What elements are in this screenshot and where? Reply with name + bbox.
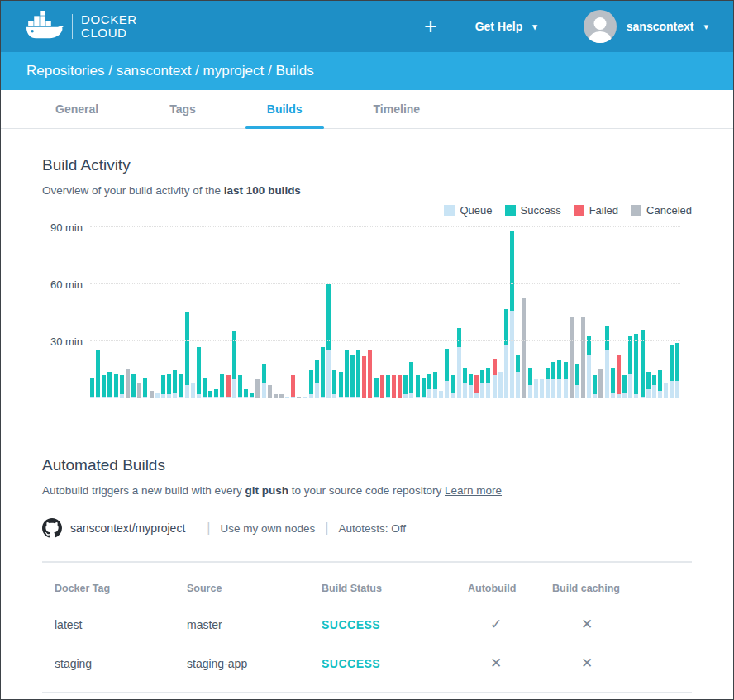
chart-bar (380, 375, 384, 398)
chart-bar (279, 394, 284, 398)
chart-bar (107, 372, 112, 398)
top-bar: DOCKER CLOUD + Get Help ▾ sanscontext ▾ (1, 1, 733, 52)
chart-bar (291, 375, 295, 398)
chart-bar (244, 389, 248, 399)
chart-bar (137, 383, 141, 398)
tab-builds[interactable]: Builds (245, 90, 324, 128)
chart-bar (403, 375, 408, 398)
column-header-autobuild: Autobuild (468, 583, 552, 594)
docker-cloud-window: DOCKER CLOUD + Get Help ▾ sanscontext ▾ … (0, 0, 734, 700)
chart-bar (534, 379, 538, 398)
chart-bar (564, 362, 568, 398)
canceled-swatch (631, 205, 641, 216)
failed-swatch (574, 205, 584, 216)
chart-bar (96, 350, 100, 398)
chart-bar (208, 391, 212, 398)
column-header-source: Source (187, 583, 322, 594)
chart-bar (232, 331, 236, 398)
chart-bar (220, 374, 224, 398)
chart-bar (493, 359, 497, 398)
chart-bar (522, 298, 526, 398)
user-menu[interactable]: sanscontext ▾ (584, 10, 708, 43)
chart-bar (528, 368, 532, 398)
chart-bar (445, 349, 449, 398)
create-plus-button[interactable]: + (424, 16, 437, 38)
own-nodes-label: Use my own nodes (220, 522, 315, 535)
chart-bar (326, 284, 331, 398)
chart-bar (274, 394, 278, 398)
chart-bar (90, 378, 94, 398)
github-icon (42, 518, 62, 538)
build-activity-section: Build Activity Overview of your build ac… (1, 129, 733, 398)
chart-bar (191, 383, 195, 398)
docker-tag-cell: latest (55, 618, 187, 631)
chart-bar (143, 378, 147, 398)
y-tick-label: 30 min (50, 335, 83, 347)
chart-bar (120, 375, 124, 398)
chart-bar (480, 370, 484, 399)
chart-bar (297, 397, 301, 398)
chart-bar (315, 360, 319, 398)
build-status-badge: SUCCESS (322, 618, 468, 631)
chart-bar (268, 385, 272, 398)
legend-label: Queue (460, 204, 492, 217)
docker-cloud-logo[interactable]: DOCKER CLOUD (26, 11, 137, 42)
breadcrumb[interactable]: Repositories / sanscontext / myproject /… (26, 63, 314, 79)
chart-bar (409, 362, 413, 398)
chart-legend: QueueSuccessFailedCanceled (42, 204, 692, 217)
chart-bar (345, 350, 349, 398)
automated-builds-section: Automated Builds Autobuild triggers a ne… (1, 426, 733, 538)
chart-bar (255, 379, 260, 398)
get-help-menu[interactable]: Get Help ▾ (475, 20, 537, 33)
chart-bar (197, 347, 201, 398)
chart-bar (398, 375, 402, 398)
chart-bar (203, 378, 207, 398)
caching-cross-icon[interactable]: ✕ (552, 616, 693, 633)
autobuild-cross-icon[interactable]: ✕ (468, 655, 552, 672)
chart-bar (611, 368, 615, 398)
username-label: sanscontext (627, 20, 694, 33)
autobuild-check-icon[interactable]: ✓ (468, 616, 552, 633)
build-activity-subtitle: Overview of your build activity of the l… (42, 184, 692, 197)
chart-bar (575, 364, 579, 398)
autotests-label: Autotests: Off (338, 522, 406, 535)
chart-bar (422, 378, 426, 398)
legend-item-queue: Queue (444, 204, 492, 217)
chart-bar (131, 374, 136, 398)
build-activity-chart: 30 min60 min90 min (42, 221, 692, 398)
chart-bar (303, 397, 307, 398)
chart-bar (179, 374, 183, 398)
chart-bar (658, 370, 662, 399)
success-swatch (505, 205, 516, 216)
build-activity-title: Build Activity (42, 129, 692, 174)
gridline-30: 30 min (90, 340, 680, 341)
legend-label: Canceled (646, 204, 692, 217)
chart-bar (557, 360, 561, 398)
caching-cross-icon[interactable]: ✕ (552, 655, 693, 672)
chart-bar (416, 375, 420, 398)
chart-bar (540, 379, 544, 398)
brand-text: DOCKER CLOUD (81, 13, 137, 40)
avatar (584, 10, 617, 43)
chart-bar (114, 374, 118, 398)
chart-bar (486, 368, 490, 398)
chart-bar (362, 356, 366, 398)
chart-bar (587, 336, 591, 398)
chart-bar (374, 378, 379, 398)
learn-more-link[interactable]: Learn more (445, 484, 502, 497)
tab-tags[interactable]: Tags (148, 90, 217, 128)
chart-bar (664, 383, 668, 398)
source-cell: master (187, 618, 322, 631)
chart-bar (427, 374, 431, 398)
tab-general[interactable]: General (34, 90, 120, 128)
repo-name: sanscontext/myproject (70, 521, 185, 535)
legend-label: Success (521, 204, 561, 217)
chart-bar (581, 317, 585, 398)
chart-bar (238, 375, 242, 398)
chart-bar (551, 362, 555, 398)
chart-bar (155, 393, 160, 398)
tab-timeline[interactable]: Timeline (352, 90, 442, 128)
chart-bar (250, 393, 254, 398)
chevron-down-icon: ▾ (532, 22, 537, 31)
chart-bar (516, 355, 520, 398)
